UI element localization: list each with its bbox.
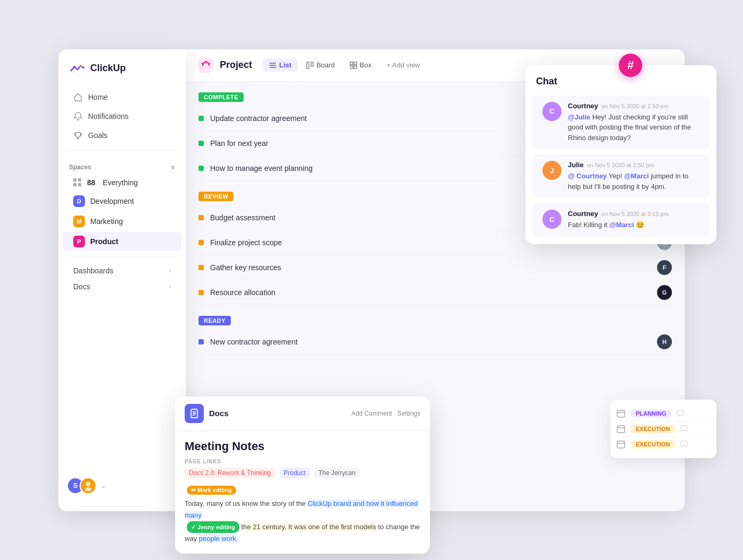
svg-rect-18: [677, 410, 684, 415]
add-view-button[interactable]: + Add view: [380, 58, 426, 72]
nav-home-label: Home: [88, 93, 108, 101]
collapse-arrow-icon[interactable]: ∨: [170, 163, 175, 171]
chat-time-3: on Nov 5 2020 at 3:15 pm: [601, 211, 669, 217]
task-row[interactable]: Gather key resources F: [198, 255, 672, 280]
user-menu-arrow[interactable]: ⌄: [101, 482, 106, 489]
space-everything-count: 88: [87, 178, 96, 187]
docs-main-title: Meeting Notes: [185, 440, 420, 453]
task-row[interactable]: Resource allocation G: [198, 280, 672, 305]
space-development[interactable]: D Development: [63, 192, 182, 211]
page-link-jerrycan-label: The Jerrycan: [318, 469, 356, 477]
mark-editing-tag: ✏ Mark editing: [187, 486, 236, 495]
svg-rect-28: [681, 441, 687, 446]
chat-message-3: C Courtney on Nov 5 2020 at 3:15 pm Fab!…: [532, 203, 710, 237]
highlight-century: the 21 century. It was one of the first …: [241, 523, 376, 531]
space-product-label: Product: [90, 237, 118, 246]
svg-rect-14: [617, 410, 625, 417]
task-dot-amber: [198, 215, 204, 220]
page-link-product-label: Product: [284, 469, 306, 477]
product-badge: P: [73, 236, 85, 247]
nav-dashboards[interactable]: Dashboards ›: [63, 263, 182, 278]
page-link-jerrycan[interactable]: The Jerrycan: [314, 468, 360, 478]
space-everything[interactable]: 88 Everything: [63, 175, 182, 191]
space-product[interactable]: P Product: [63, 232, 182, 251]
sidebar-footer: S ⌄: [58, 471, 186, 501]
spaces-label: Spaces: [69, 163, 91, 171]
add-comment-button[interactable]: Add Comment: [351, 410, 392, 417]
task-avatar: F: [657, 260, 672, 275]
space-marketing[interactable]: M Marketing: [63, 212, 182, 231]
logo-text: ClickUp: [90, 63, 126, 74]
space-everything-label: Everything: [103, 178, 138, 187]
chat-header-1: Courtney on Nov 5 2020 at 1:50 pm: [568, 102, 699, 110]
svg-point-0: [73, 66, 75, 68]
task-dot-blue: [198, 339, 204, 344]
bell-icon: [73, 111, 83, 121]
task-avatar: H: [657, 334, 672, 349]
tags-panel: PLANNING EXECUTION: [610, 400, 716, 458]
chat-hash-button[interactable]: #: [619, 54, 642, 77]
nav-docs[interactable]: Docs ›: [63, 279, 182, 294]
everything-icon: [73, 178, 82, 187]
page-link-docs[interactable]: Docs 2.0: Rework & Thinking: [185, 468, 275, 478]
chat-avatar-courtney: C: [542, 102, 561, 121]
editing-tags: ✏ Mark editing: [185, 485, 420, 495]
chat-panel: # Chat C Courtney on Nov 5 2020 at 1:50 …: [525, 65, 716, 244]
svg-rect-24: [617, 441, 625, 448]
tab-list[interactable]: List: [263, 58, 298, 72]
chat-content-2: Julie on Nov 5 2020 at 2:50 pm @ Courtne…: [568, 161, 699, 192]
trophy-icon: [73, 131, 83, 140]
chat-avatar-julie: J: [542, 161, 561, 180]
badge-complete: COMPLETE: [198, 92, 244, 102]
nav-goals[interactable]: Goals: [63, 126, 182, 144]
tag-planning: PLANNING: [630, 409, 671, 418]
hash-symbol: #: [627, 58, 634, 72]
svg-rect-12: [350, 66, 353, 68]
tab-board[interactable]: Board: [300, 58, 341, 72]
chat-header-2: Julie on Nov 5 2020 at 2:50 pm: [568, 161, 699, 169]
calendar-icon-2: [617, 425, 625, 433]
task-row[interactable]: New contractor agreement H: [198, 330, 672, 355]
settings-button[interactable]: Settings: [398, 410, 420, 417]
chat-content-1: Courtney on Nov 5 2020 at 1:50 pm @Julie…: [568, 102, 699, 143]
chat-message-1: C Courtney on Nov 5 2020 at 1:50 pm @Jul…: [532, 96, 710, 150]
chat-text-1: @Julie Hey! Just checking if you're stil…: [568, 112, 699, 143]
svg-point-2: [86, 482, 90, 486]
dashboards-arrow: ›: [169, 266, 171, 274]
chat-name-2: Julie: [568, 161, 584, 169]
nav-home[interactable]: Home: [63, 88, 182, 106]
page-links: Docs 2.0: Rework & Thinking Product The …: [185, 468, 420, 478]
user-avatars[interactable]: S: [67, 477, 97, 494]
tab-box[interactable]: Box: [343, 58, 378, 72]
docs-header-bar: Docs Add Comment Settings: [175, 397, 430, 431]
tab-box-label: Box: [360, 61, 372, 69]
chat-time-1: on Nov 5 2020 at 1:50 pm: [601, 103, 669, 109]
chat-message-2: J Julie on Nov 5 2020 at 2:50 pm @ Court…: [532, 154, 710, 198]
svg-rect-23: [681, 426, 687, 430]
task-dot-green: [198, 141, 204, 146]
avatar-face-icon: [83, 480, 93, 491]
task-name: Gather key resources: [210, 263, 657, 272]
nav-goals-label: Goals: [88, 131, 108, 140]
task-dot-amber: [198, 290, 204, 295]
nav-dashboards-label: Dashboards: [73, 266, 114, 275]
space-marketing-label: Marketing: [90, 217, 123, 226]
chat-icon-2: [680, 425, 688, 433]
svg-rect-13: [354, 66, 357, 68]
logo-area: ClickUp: [58, 60, 186, 88]
page-link-docs-label: Docs 2.0: Rework & Thinking: [189, 469, 271, 477]
task-avatar: G: [657, 285, 672, 300]
chat-name-1: Courtney: [568, 102, 598, 110]
badge-review: REVIEW: [198, 192, 234, 201]
nav-notifications[interactable]: Notifications: [63, 107, 182, 125]
page-links-label: PAGE LINKS: [185, 459, 420, 464]
page-link-product[interactable]: Product: [280, 468, 310, 478]
chat-header-3: Courtney on Nov 5 2020 at 3:15 pm: [568, 210, 699, 218]
docs-actions: Add Comment Settings: [351, 410, 420, 417]
box-icon: [350, 62, 357, 69]
svg-point-3: [85, 487, 91, 491]
avatar-m: [80, 477, 97, 494]
tags-row-1: PLANNING: [617, 406, 710, 421]
sidebar: ClickUp Home Notifications Goals: [58, 49, 186, 511]
sidebar-divider-2: [67, 257, 177, 257]
